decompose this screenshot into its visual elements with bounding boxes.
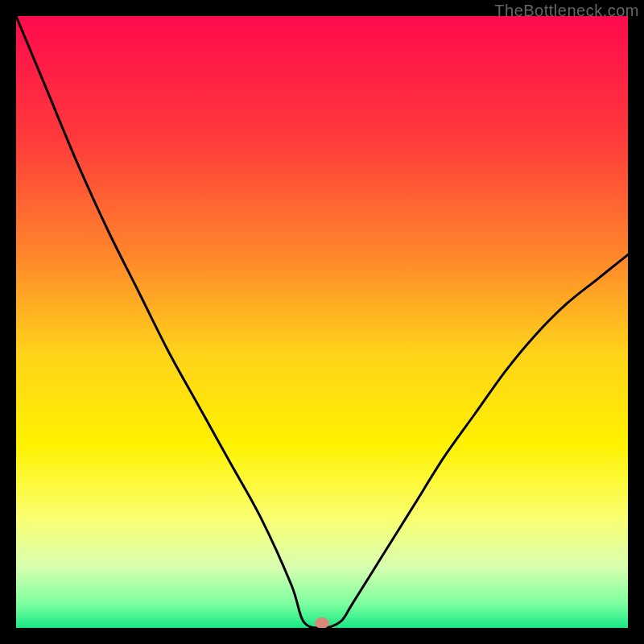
plot-area [16,16,628,628]
chart-svg [16,16,628,628]
chart-container: TheBottleneck.com [0,0,644,644]
gradient-background [16,16,628,628]
